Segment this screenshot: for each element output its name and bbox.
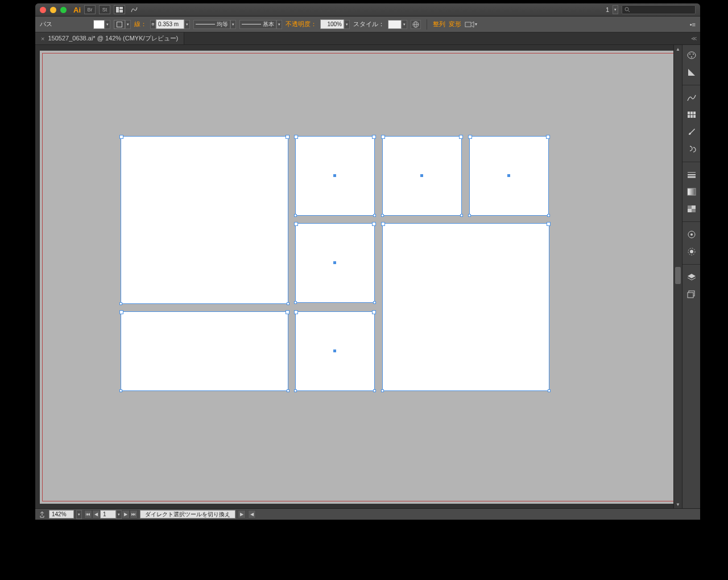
- svg-point-3: [625, 7, 628, 11]
- svg-point-29: [690, 250, 693, 253]
- stroke-label[interactable]: 線：: [134, 20, 147, 28]
- stock-button[interactable]: St: [99, 5, 110, 14]
- artboard-number-input[interactable]: 1: [100, 510, 116, 519]
- color-icon[interactable]: [685, 50, 698, 61]
- minimize-window-button[interactable]: [50, 7, 56, 13]
- artboard-dropdown[interactable]: ▾: [116, 510, 122, 519]
- style-swatch[interactable]: [388, 20, 402, 29]
- fill-control[interactable]: ▾: [93, 20, 110, 29]
- color-guide-icon[interactable]: [685, 67, 698, 78]
- svg-rect-24: [688, 205, 692, 209]
- stroke-weight-dropdown[interactable]: ▾: [184, 20, 190, 29]
- symbols-icon[interactable]: [685, 143, 698, 155]
- close-tab-button[interactable]: ×: [41, 35, 44, 42]
- selected-rectangle[interactable]: [121, 311, 288, 391]
- expand-panels-icon[interactable]: ≪: [691, 35, 700, 42]
- selected-rectangle[interactable]: [295, 223, 375, 303]
- last-artboard-button[interactable]: ⏭: [130, 510, 138, 519]
- brushes-icon[interactable]: [685, 126, 698, 138]
- svg-rect-22: [688, 188, 696, 195]
- zoom-dropdown[interactable]: ▾: [76, 510, 82, 519]
- scroll-up-icon[interactable]: ▲: [674, 45, 682, 53]
- variable-width-profile[interactable]: 均等 ▾: [193, 20, 236, 29]
- isolate-button[interactable]: ▾: [465, 20, 477, 28]
- transform-label[interactable]: 変形: [449, 20, 461, 28]
- canvas[interactable]: ▲ ▼: [35, 45, 682, 508]
- svg-rect-0: [116, 7, 119, 13]
- curvature-icon[interactable]: [685, 92, 698, 104]
- center-point-icon: [333, 349, 336, 352]
- brush-dropdown[interactable]: ▾: [276, 20, 282, 29]
- center-point-icon: [333, 174, 336, 177]
- appearance-icon[interactable]: [685, 229, 698, 240]
- opacity-label[interactable]: 不透明度：: [286, 20, 317, 28]
- stroke-swatch[interactable]: [114, 20, 125, 29]
- selected-rectangle[interactable]: [295, 136, 375, 216]
- profile-dropdown[interactable]: ▾: [230, 20, 236, 29]
- vertical-scrollbar[interactable]: ▲ ▼: [673, 45, 682, 508]
- svg-point-12: [691, 56, 692, 57]
- scroll-down-icon[interactable]: ▼: [674, 500, 682, 508]
- gpu-preview-button[interactable]: [129, 5, 140, 14]
- selected-rectangle[interactable]: [295, 311, 375, 391]
- selected-rectangle[interactable]: [469, 136, 549, 216]
- fill-dropdown[interactable]: ▾: [105, 20, 110, 29]
- opacity-input[interactable]: [320, 19, 344, 29]
- selected-rectangle[interactable]: [382, 223, 549, 391]
- style-label: スタイル：: [353, 20, 384, 28]
- style-dropdown[interactable]: ▾: [402, 20, 407, 29]
- svg-rect-2: [119, 10, 123, 13]
- workspace-dropdown[interactable]: ▾: [613, 5, 618, 14]
- share-button[interactable]: [38, 511, 47, 518]
- svg-rect-31: [688, 293, 693, 298]
- first-artboard-button[interactable]: ⏮: [84, 510, 92, 519]
- artboards-icon[interactable]: [685, 289, 698, 300]
- fill-swatch[interactable]: [93, 20, 105, 29]
- svg-point-11: [693, 54, 694, 55]
- recolor-artwork-button[interactable]: [411, 20, 421, 29]
- document-tab-bar: × 150527_0638.ai* @ 142% (CMYK/プレビュー) ≪: [35, 32, 700, 45]
- svg-rect-16: [688, 115, 690, 118]
- status-menu-button[interactable]: ▶: [238, 510, 246, 519]
- tool-hint: ダイレクト選択ツールを切り換え: [140, 510, 235, 519]
- svg-rect-13: [688, 112, 690, 114]
- next-artboard-button[interactable]: ▶: [122, 510, 130, 519]
- graphic-styles-icon[interactable]: [685, 246, 698, 257]
- gradient-icon[interactable]: [685, 186, 698, 198]
- scrollbar-thumb[interactable]: [675, 267, 681, 284]
- svg-rect-14: [690, 112, 693, 114]
- close-window-button[interactable]: [40, 7, 46, 13]
- brush-definition[interactable]: 基本 ▾: [239, 20, 282, 29]
- selection-type-label: パス: [40, 20, 52, 28]
- document-tab[interactable]: × 150527_0638.ai* @ 142% (CMYK/プレビュー): [35, 32, 184, 44]
- arrange-documents-button[interactable]: [114, 5, 125, 14]
- stroke-weight-input[interactable]: [156, 19, 184, 29]
- app-logo: Ai: [73, 6, 81, 14]
- status-bar: 142% ▾ ⏮ ◀ 1 ▾ ▶ ⏭ ダイレクト選択ツールを切り換え ▶ ◀: [35, 508, 700, 520]
- stroke-dropdown[interactable]: ▾: [125, 20, 131, 29]
- svg-rect-17: [690, 115, 693, 118]
- zoom-level-input[interactable]: 142%: [49, 510, 74, 519]
- svg-point-9: [688, 52, 696, 59]
- stroke-panel-icon[interactable]: [685, 169, 698, 180]
- selected-rectangle[interactable]: [382, 136, 462, 216]
- control-bar-menu[interactable]: •≡: [690, 21, 696, 28]
- bridge-button[interactable]: Br: [84, 5, 96, 14]
- opacity-dropdown[interactable]: ▾: [344, 20, 350, 29]
- swatches-icon[interactable]: [685, 109, 698, 121]
- maximize-window-button[interactable]: [60, 7, 67, 13]
- transparency-icon[interactable]: [685, 203, 698, 215]
- svg-rect-15: [693, 112, 696, 114]
- search-input[interactable]: [622, 5, 696, 14]
- stroke-stepper[interactable]: ≑: [150, 20, 156, 29]
- svg-rect-8: [465, 22, 471, 27]
- graphic-style-control[interactable]: ▾: [388, 20, 407, 29]
- align-label[interactable]: 整列: [433, 20, 445, 28]
- hscroll-left-button[interactable]: ◀: [248, 510, 256, 519]
- stroke-control[interactable]: ▾: [114, 20, 131, 29]
- prev-artboard-button[interactable]: ◀: [92, 510, 100, 519]
- layers-icon[interactable]: [685, 272, 698, 283]
- window-controls: [40, 7, 67, 13]
- svg-point-10: [689, 54, 690, 55]
- selected-rectangle[interactable]: [121, 136, 288, 304]
